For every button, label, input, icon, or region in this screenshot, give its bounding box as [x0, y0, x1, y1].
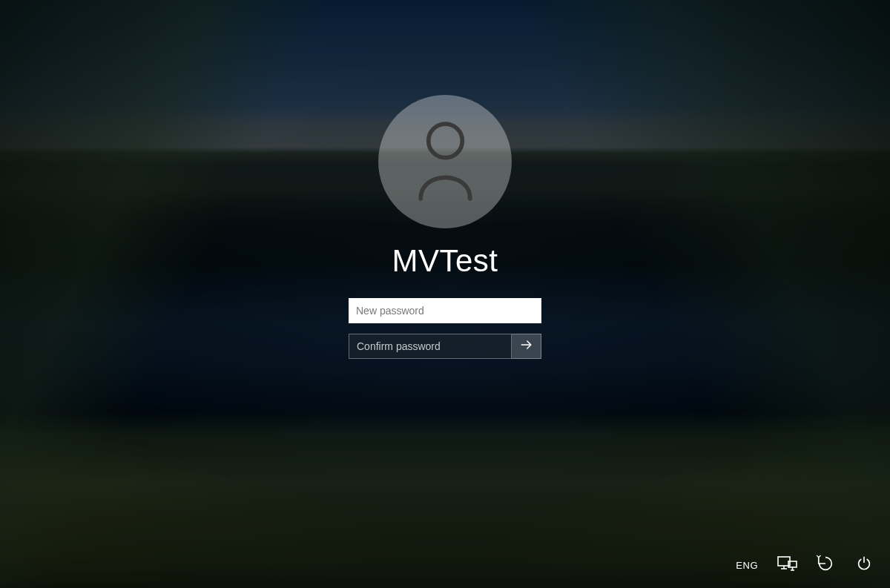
- ease-of-access-button[interactable]: [814, 554, 837, 576]
- login-panel: MVTest: [349, 95, 541, 359]
- submit-button[interactable]: [512, 334, 541, 359]
- username-label: MVTest: [392, 243, 498, 279]
- arrow-right-icon: [519, 337, 534, 355]
- system-tray: ENG: [734, 554, 875, 576]
- user-icon: [410, 119, 481, 204]
- svg-point-0: [428, 124, 462, 158]
- language-indicator[interactable]: ENG: [734, 554, 759, 576]
- new-password-row: [349, 298, 541, 323]
- network-button[interactable]: [776, 554, 798, 576]
- network-icon: [776, 555, 798, 575]
- confirm-password-row: [349, 334, 541, 359]
- confirm-password-input[interactable]: [349, 334, 512, 359]
- new-password-input[interactable]: [349, 298, 541, 323]
- power-button[interactable]: [853, 554, 875, 576]
- ease-of-access-icon: [817, 555, 834, 575]
- user-avatar: [378, 95, 512, 228]
- power-icon: [856, 555, 872, 575]
